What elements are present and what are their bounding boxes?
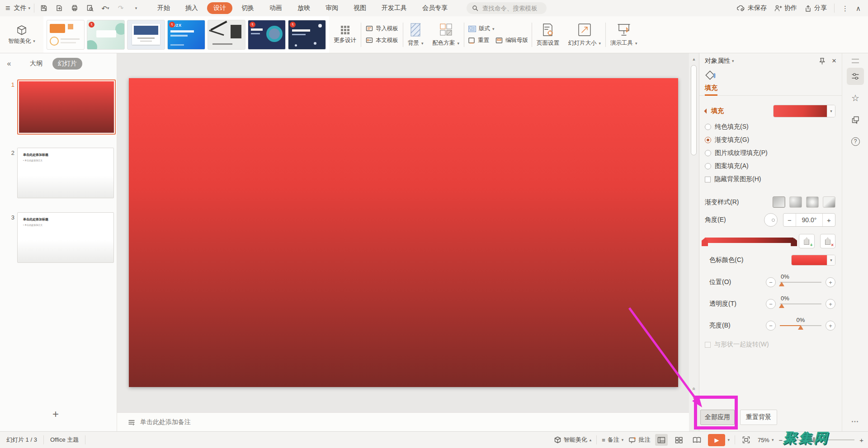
rail-selection-button[interactable] [847, 111, 864, 128]
gradient-style-radial-center-button[interactable] [806, 196, 819, 208]
tab-fill[interactable]: 填充 [705, 84, 717, 96]
collapse-ribbon-button[interactable]: ∧ [856, 5, 861, 12]
add-slide-button[interactable]: + [52, 408, 59, 420]
position-increase-button[interactable]: + [826, 277, 835, 287]
fit-slide-button[interactable] [740, 434, 753, 446]
rail-effects-button[interactable]: ☆ [847, 89, 864, 107]
tab-outline[interactable]: 大纲 [24, 58, 48, 70]
angle-increase-button[interactable]: + [823, 214, 835, 226]
slide-size-button[interactable]: 幻灯片大小 ▾ [564, 16, 605, 53]
play-options-dropdown[interactable]: ▾ [727, 438, 730, 442]
tab-animation[interactable]: 动画 [263, 2, 288, 14]
tab-insert[interactable]: 插入 [179, 2, 204, 14]
tab-slides[interactable]: 幻灯片 [52, 58, 82, 70]
angle-knob[interactable] [764, 213, 778, 227]
tab-view[interactable]: 视图 [347, 2, 373, 14]
option-pattern-fill[interactable]: 图案填充(A) [705, 163, 836, 170]
fill-gradient-swatch-dropdown[interactable]: ▾ [773, 105, 835, 117]
customize-toolbar-button[interactable]: ▾ [130, 3, 142, 14]
gradient-stop-handle-right[interactable] [791, 238, 797, 246]
notes-toggle-button[interactable]: ≡ 备注 ▾ [602, 436, 623, 444]
option-solid-fill[interactable]: 纯色填充(S) [705, 123, 836, 131]
slide-thumbnail-3[interactable]: 单击此处添加标题 • 单击此处添加正文 [17, 212, 114, 263]
main-menu-icon[interactable]: ≡ [5, 4, 10, 12]
smart-beautify-status-button[interactable]: 智能美化 ▴ [554, 436, 592, 444]
rail-help-button[interactable]: ? [847, 133, 864, 150]
tab-transition[interactable]: 切换 [235, 2, 260, 14]
print-preview-button[interactable] [84, 3, 96, 14]
more-options-button[interactable]: ⋮ [842, 5, 849, 12]
section-collapse-icon[interactable] [704, 108, 709, 113]
position-decrease-button[interactable]: − [766, 277, 776, 287]
file-menu[interactable]: 文件 ▾ [14, 4, 31, 12]
reset-button[interactable]: 重置 [468, 37, 489, 44]
redo-button[interactable]: ↷ [115, 3, 127, 14]
save-button[interactable] [38, 3, 50, 14]
search-box[interactable] [467, 2, 547, 14]
background-button[interactable]: 背景 ▾ [403, 16, 428, 53]
gradient-stops-bar[interactable] [705, 238, 793, 243]
template-thumbnail[interactable] [87, 20, 125, 50]
gradient-style-linear-button[interactable] [773, 196, 785, 208]
gradient-stop-handle-left[interactable] [702, 238, 708, 246]
rail-grip-icon[interactable] [852, 59, 859, 63]
slide-thumbnail-1[interactable] [17, 79, 116, 135]
search-input[interactable] [481, 5, 541, 12]
slide-canvas[interactable] [129, 78, 678, 387]
next-slide-button[interactable]: « [691, 393, 697, 403]
tab-membership[interactable]: 会员专享 [416, 2, 454, 14]
doc-template-button[interactable]: 本文模板 [366, 37, 398, 44]
import-template-button[interactable]: 导入模板 [366, 25, 398, 33]
transparency-slider[interactable]: 0% [780, 303, 821, 304]
template-thumbnail[interactable]: 202X [167, 20, 205, 50]
brightness-decrease-button[interactable]: − [766, 321, 776, 331]
scroll-up-button[interactable]: ▲ [689, 57, 699, 61]
edit-master-button[interactable]: 编辑母版 [495, 37, 528, 44]
template-thumbnail[interactable] [127, 20, 165, 50]
slider-thumb[interactable] [779, 303, 784, 308]
pin-panel-icon[interactable] [817, 57, 826, 65]
zoom-in-button[interactable]: + [859, 437, 863, 443]
present-tools-button[interactable]: 演示工具 ▾ [606, 16, 642, 53]
rail-properties-button[interactable] [847, 68, 864, 85]
previous-slide-button[interactable]: « [691, 384, 697, 394]
remove-gradient-stop-button[interactable]: × [820, 234, 835, 248]
save-status[interactable]: 未保存 [736, 4, 767, 12]
notes-bar[interactable]: 单击此处添加备注 [117, 412, 689, 431]
canvas-scrollbar[interactable]: ▲ « « [689, 53, 699, 431]
theme-name[interactable]: Office 主题 [50, 436, 79, 444]
export-pdf-icon[interactable] [53, 3, 65, 14]
brightness-slider[interactable]: 0% [780, 325, 821, 326]
normal-view-button[interactable] [655, 434, 668, 446]
layout-button[interactable]: 版式 ▾ [468, 25, 528, 33]
slide-thumbnail-2[interactable]: 单击此处添加标题 • 单击此处添加正文 [17, 148, 114, 198]
gradient-style-diagonal-button[interactable] [823, 196, 835, 208]
play-slideshow-button[interactable]: ▶ [708, 434, 725, 446]
template-thumbnail[interactable] [47, 20, 85, 50]
apply-to-all-button[interactable]: 全部应用 [700, 410, 735, 425]
slide-sorter-view-button[interactable] [673, 434, 685, 446]
more-designs-button[interactable]: 更多设计 [329, 16, 361, 53]
slider-thumb[interactable] [798, 325, 803, 330]
position-slider[interactable]: 0% [780, 282, 821, 283]
slider-thumb[interactable] [779, 282, 784, 286]
gradient-style-radial-corner-button[interactable] [789, 196, 802, 208]
option-gradient-fill[interactable]: 渐变填充(G) [705, 136, 836, 144]
smart-beautify-button[interactable]: 智能美化 ▾ [0, 16, 43, 53]
brightness-increase-button[interactable]: + [826, 321, 835, 331]
template-thumbnail[interactable] [248, 20, 286, 50]
scrollbar-thumb[interactable] [691, 65, 697, 155]
tab-review[interactable]: 审阅 [319, 2, 344, 14]
option-hide-background[interactable]: 隐藏背景图形(H) [705, 176, 836, 183]
template-thumbnail[interactable] [208, 20, 245, 50]
color-scheme-button[interactable]: 配色方案 ▾ [428, 16, 464, 53]
tab-home[interactable]: 开始 [151, 2, 176, 14]
editing-canvas[interactable] [117, 53, 689, 412]
zoom-level-dropdown[interactable]: 75% ▾ [758, 437, 774, 443]
comments-button[interactable]: 批注 [628, 436, 650, 444]
transparency-decrease-button[interactable]: − [766, 299, 776, 309]
collaborate-button[interactable]: 协作 [774, 4, 797, 12]
angle-value[interactable]: 90.0° [796, 214, 823, 226]
transparency-increase-button[interactable]: + [826, 299, 835, 309]
tab-slideshow[interactable]: 放映 [291, 2, 316, 14]
